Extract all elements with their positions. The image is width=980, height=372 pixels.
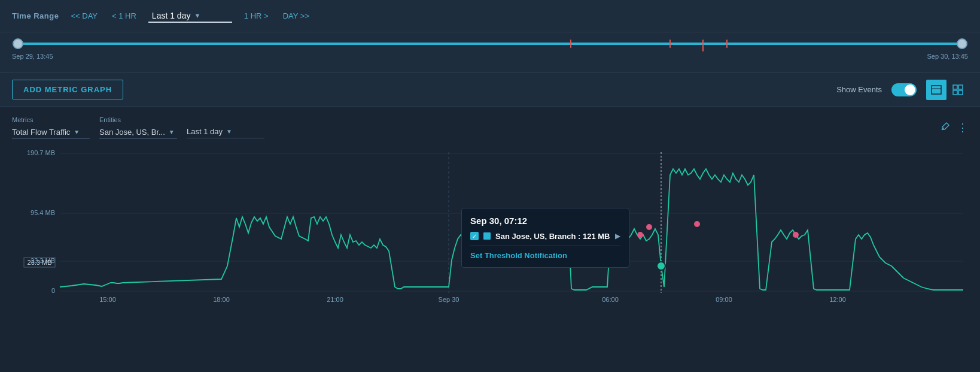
slider-labels: Sep 29, 13:45 Sep 30, 13:45 — [12, 53, 968, 60]
svg-text:190.7 MB: 190.7 MB — [27, 149, 55, 156]
svg-text:09:00: 09:00 — [716, 296, 732, 303]
metrics-label: Metrics — [12, 116, 33, 123]
tooltip-expand-arrow[interactable]: ▶ — [615, 232, 620, 240]
svg-text:0: 0 — [51, 287, 55, 294]
slider-track — [18, 43, 962, 45]
svg-text:06:00: 06:00 — [602, 296, 619, 303]
metrics-value: Total Flow Traffic — [12, 128, 70, 137]
add-metric-button[interactable]: ADD METRIC GRAPH — [12, 80, 123, 99]
chart-top-icons: ⋮ — [941, 122, 968, 134]
show-events-toggle[interactable] — [891, 83, 917, 96]
nav-prev-hr[interactable]: < 1 HR — [109, 10, 139, 22]
tooltip-threshold-link[interactable]: Set Threshold Notification — [470, 251, 567, 260]
chart-controls: Metrics Total Flow Traffic ▼ Entities Sa… — [12, 116, 968, 139]
tooltip-checkbox[interactable]: ✓ — [470, 232, 479, 240]
tooltip-color-box — [483, 232, 491, 240]
event-dot-1 — [637, 232, 643, 238]
top-bar: Time Range << DAY < 1 HR Last 1 day ▼ 1 … — [0, 0, 980, 32]
svg-rect-4 — [953, 90, 957, 95]
entities-dropdown[interactable]: San Jose, US, Br... ▼ — [99, 126, 177, 139]
svg-text:Sep 30: Sep 30 — [439, 296, 459, 303]
svg-text:15:00: 15:00 — [99, 296, 116, 303]
chart-time-range-value: Last 1 day — [187, 127, 223, 136]
svg-rect-0 — [932, 86, 941, 94]
time-range-value: Last 1 day — [152, 11, 191, 20]
toolbar: ADD METRIC GRAPH Show Events — [0, 73, 980, 107]
tooltip: Sep 30, 07:12 ✓ San Jose, US, Branch : 1… — [461, 208, 629, 268]
svg-rect-3 — [958, 85, 963, 89]
event-dot-3 — [694, 221, 700, 227]
chart-time-range-dropdown[interactable]: Last 1 day ▼ — [187, 125, 264, 138]
pin-icon[interactable] — [941, 122, 950, 134]
tooltip-value: 121 MB — [583, 232, 610, 241]
entities-label: Entities — [99, 116, 121, 123]
slider-right-label: Sep 30, 13:45 — [927, 53, 968, 60]
metrics-dropdown[interactable]: Total Flow Traffic ▼ — [12, 126, 90, 139]
nav-prev-day[interactable]: << DAY — [68, 10, 100, 22]
more-options-icon[interactable]: ⋮ — [957, 122, 968, 133]
slider-thumb-right[interactable] — [957, 38, 967, 49]
time-range-arrow: ▼ — [194, 12, 200, 19]
tooltip-cursor-dot — [657, 262, 665, 270]
entities-arrow: ▼ — [169, 129, 175, 135]
time-range-group: Last 1 day ▼ — [187, 117, 264, 138]
tooltip-divider — [470, 246, 620, 246]
event-mark-4 — [726, 40, 728, 48]
tooltip-entity: San Jose, US, Branch : 121 MB — [495, 232, 610, 241]
single-view-icon — [931, 84, 942, 95]
svg-rect-5 — [958, 90, 963, 95]
metrics-arrow: ▼ — [74, 129, 80, 135]
svg-text:21:00: 21:00 — [327, 296, 343, 303]
event-mark-1 — [570, 40, 571, 48]
event-mark-3 — [702, 40, 704, 52]
grid-view-icon — [952, 84, 963, 95]
toggle-knob — [905, 84, 915, 95]
svg-text:95.4 MB: 95.4 MB — [31, 209, 55, 216]
slider-thumb-left[interactable] — [13, 38, 23, 49]
svg-text:23.3 MB: 23.3 MB — [28, 259, 52, 266]
svg-rect-2 — [953, 85, 957, 89]
metrics-group: Metrics Total Flow Traffic ▼ — [12, 116, 90, 139]
view-single-button[interactable] — [926, 80, 946, 100]
slider-track-container[interactable] — [18, 38, 962, 49]
time-slider-area: Sep 29, 13:45 Sep 30, 13:45 — [0, 32, 980, 73]
chart-svg-container: 190.7 MB 95.4 MB 23.3 MB 23.3 MB 0 15:00… — [12, 146, 968, 308]
entities-value: San Jose, US, Br... — [99, 128, 165, 137]
tooltip-title: Sep 30, 07:12 — [470, 216, 620, 226]
event-dot-4 — [793, 232, 799, 238]
view-icons — [926, 80, 968, 100]
entities-group: Entities San Jose, US, Br... ▼ — [99, 116, 177, 139]
view-grid-button[interactable] — [948, 80, 968, 100]
tooltip-data-row: ✓ San Jose, US, Branch : 121 MB ▶ — [470, 232, 620, 241]
time-range-dropdown[interactable]: Last 1 day ▼ — [148, 10, 232, 23]
svg-text:18:00: 18:00 — [213, 296, 230, 303]
time-range-label: Time Range — [12, 11, 59, 20]
show-events-label: Show Events — [836, 85, 882, 94]
event-mark-2 — [669, 40, 671, 48]
event-dot-2 — [646, 224, 652, 230]
chart-area: Metrics Total Flow Traffic ▼ Entities Sa… — [0, 107, 980, 372]
chart-time-range-arrow: ▼ — [226, 128, 232, 135]
svg-text:12:00: 12:00 — [829, 296, 846, 303]
slider-left-label: Sep 29, 13:45 — [12, 53, 53, 60]
tooltip-entity-name: San Jose, US, Branch : — [495, 232, 583, 241]
toolbar-right: Show Events — [836, 80, 968, 100]
nav-next-day[interactable]: DAY >> — [281, 10, 312, 22]
nav-next-hr[interactable]: 1 HR > — [242, 10, 271, 22]
